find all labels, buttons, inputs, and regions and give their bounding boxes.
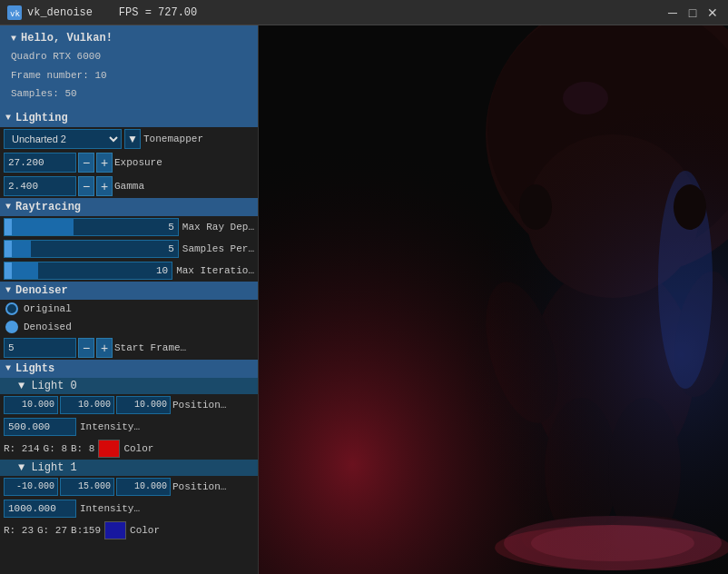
light0-color-label: Color [123, 443, 153, 454]
gamma-label: Gamma [114, 181, 144, 192]
tonemapper-select[interactable]: Uncharted 2 [4, 129, 122, 149]
light0-position-row: Position… [0, 394, 258, 416]
tonemapper-row: Uncharted 2 ▼ Tonemapper [0, 127, 258, 151]
samples-info: Samples: 50 [5, 84, 252, 105]
tonemapper-arrow-btn[interactable]: ▼ [124, 129, 141, 149]
raytracing-section-header[interactable]: ▼ Raytracing [0, 198, 258, 216]
light1-label: Light 1 [31, 461, 76, 474]
denoised-radio-row[interactable]: Denoised [0, 318, 258, 336]
svg-point-19 [519, 184, 552, 230]
raytracing-label: Raytracing [15, 201, 81, 213]
light0-pos-z[interactable] [116, 396, 171, 414]
samples-per-row: 5 Samples Per… [0, 238, 258, 260]
svg-rect-16 [259, 25, 728, 574]
samples-per-slider[interactable]: 5 [4, 240, 179, 258]
max-ray-depth-row: 5 Max Ray Dep… [0, 216, 258, 238]
minimize-button[interactable]: ─ [664, 5, 681, 21]
light1-color-row: R: 23 G: 27 B:159 Color [0, 520, 258, 541]
title-bar: vk vk_denoise FPS = 727.00 ─ □ ✕ [0, 0, 728, 25]
gamma-minus-btn[interactable]: − [78, 176, 94, 196]
light0-label: Light 0 [31, 380, 76, 392]
light1-header[interactable]: ▼ Light 1 [0, 460, 258, 476]
light1-pos-x[interactable] [4, 478, 58, 496]
light1-color-swatch[interactable] [104, 521, 126, 539]
raytracing-arrow: ▼ [5, 202, 11, 212]
light0-color-swatch[interactable] [98, 440, 120, 458]
light1-intensity-row: Intensity… [0, 498, 258, 520]
gamma-input[interactable] [4, 176, 76, 196]
light0-b: B: 8 [71, 443, 94, 454]
3d-viewport[interactable] [259, 25, 728, 574]
gamma-plus-btn[interactable]: + [96, 176, 113, 196]
denoiser-arrow: ▼ [5, 285, 11, 295]
app-title: vk_denoise FPS = 727.00 [27, 6, 664, 19]
hello-header[interactable]: ▼ Hello, Vulkan! [5, 29, 252, 47]
max-ray-depth-slider[interactable]: 5 [4, 218, 179, 236]
light1-pos-label: Position… [172, 481, 226, 492]
light1-pos-z[interactable] [116, 478, 171, 496]
app-icon: vk [7, 5, 22, 20]
hello-arrow: ▼ [11, 34, 16, 44]
samples-per-label: Samples Per… [182, 243, 254, 254]
exposure-input[interactable] [4, 153, 76, 173]
lights-label: Lights [15, 362, 54, 375]
light1-intensity-input[interactable] [4, 500, 76, 518]
window-controls: ─ □ ✕ [664, 5, 721, 21]
exposure-minus-btn[interactable]: − [78, 153, 94, 173]
light0-intensity-row: Intensity… [0, 416, 258, 438]
light0-pos-y[interactable] [60, 396, 114, 414]
light0-intensity-input[interactable] [4, 418, 76, 436]
denoiser-section-header[interactable]: ▼ Denoiser [0, 282, 258, 300]
maximize-button[interactable]: □ [684, 5, 701, 21]
light0-header[interactable]: ▼ Light 0 [0, 378, 258, 394]
light1-g: G: 27 [37, 525, 67, 536]
max-ray-depth-value: 5 [168, 222, 174, 233]
light0-g: G: 8 [44, 443, 67, 454]
light1-position-row: Position… [0, 476, 258, 498]
light1-b: B:159 [71, 525, 101, 536]
svg-point-21 [563, 82, 608, 114]
main-layout: ▼ Hello, Vulkan! Quadro RTX 6000 Frame n… [0, 25, 728, 574]
light0-r: R: 214 [4, 443, 40, 454]
max-iter-row: 10 Max Iteratio… [0, 260, 258, 282]
light0-color-row: R: 214 G: 8 B: 8 Color [0, 438, 258, 460]
light0-pos-label: Position… [172, 400, 226, 411]
exposure-row: − + Exposure [0, 151, 258, 174]
max-iter-label: Max Iteratio… [176, 265, 254, 276]
info-section: ▼ Hello, Vulkan! Quadro RTX 6000 Frame n… [0, 25, 258, 109]
gamma-row: − + Gamma [0, 174, 258, 198]
samples-per-value: 5 [168, 243, 174, 254]
svg-text:vk: vk [10, 9, 20, 18]
max-iter-slider[interactable]: 10 [4, 262, 172, 280]
denoised-label: Denoised [24, 322, 72, 332]
original-label: Original [24, 303, 72, 314]
hello-title: Hello, Vulkan! [21, 32, 113, 45]
original-radio-row[interactable]: Original [0, 300, 258, 318]
light1-r: R: 23 [4, 525, 34, 536]
lighting-section-header[interactable]: ▼ Lighting [0, 109, 258, 127]
tonemapper-label: Tonemapper [143, 134, 203, 144]
left-panel: ▼ Hello, Vulkan! Quadro RTX 6000 Frame n… [0, 25, 259, 574]
start-frame-plus-btn[interactable]: + [96, 338, 113, 358]
light0-intensity-label: Intensity… [80, 421, 140, 432]
light1-pos-y[interactable] [60, 478, 114, 496]
light0-pos-x[interactable] [4, 396, 58, 414]
lights-section-header[interactable]: ▼ Lights [0, 360, 258, 378]
close-button[interactable]: ✕ [704, 5, 721, 21]
start-frame-minus-btn[interactable]: − [78, 338, 94, 358]
light1-arrow: ▼ [18, 461, 25, 474]
original-radio[interactable] [5, 302, 18, 315]
exposure-plus-btn[interactable]: + [96, 153, 113, 173]
gpu-info: Quadro RTX 6000 [5, 47, 252, 66]
start-frame-input[interactable] [4, 338, 76, 358]
light1-intensity-label: Intensity… [80, 503, 140, 514]
light1-color-label: Color [130, 525, 160, 536]
denoised-radio[interactable] [5, 321, 18, 333]
denoiser-label: Denoiser [15, 284, 68, 297]
viewport-panel[interactable] [259, 25, 728, 574]
lighting-label: Lighting [15, 112, 68, 124]
light0-arrow: ▼ [18, 380, 25, 392]
exposure-label: Exposure [114, 157, 162, 168]
lighting-arrow: ▼ [5, 113, 11, 123]
start-frame-row: − + Start Frame… [0, 336, 258, 360]
